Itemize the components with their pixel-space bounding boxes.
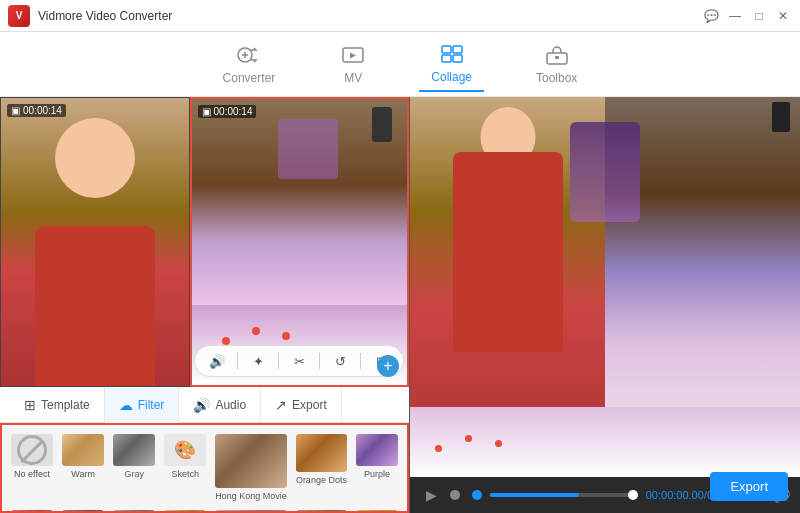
nav-mv[interactable]: MV — [327, 37, 379, 91]
nav-collage-label: Collage — [431, 70, 472, 84]
converter-icon — [235, 43, 263, 67]
star-ctrl[interactable]: ✦ — [248, 351, 268, 371]
controls-overlay: 🔊 ✦ ✂ ↺ ⊡ — [194, 345, 404, 377]
close-button[interactable]: ✕ — [774, 7, 792, 25]
filter-r24[interactable] — [161, 507, 209, 513]
tab-audio[interactable]: 🔊 Audio — [179, 387, 261, 423]
filter-thumb-r26 — [296, 510, 347, 513]
filter-r25[interactable] — [212, 507, 290, 513]
filter-thumb-purple — [356, 434, 398, 466]
prev-dot-btn[interactable] — [450, 490, 460, 500]
title-controls: 💬 — □ ✕ — [702, 7, 792, 25]
nav-toolbox[interactable]: Toolbox — [524, 37, 589, 91]
main-content: ▣ 00:00:14 ▣ — [0, 97, 800, 513]
person-face — [55, 118, 135, 198]
preview-progress — [490, 493, 579, 497]
filter-hkmovie[interactable]: Hong Kong Movie — [212, 431, 290, 504]
chat-button[interactable]: 💬 — [702, 7, 720, 25]
nav-mv-label: MV — [344, 71, 362, 85]
title-bar: V Vidmore Video Converter 💬 — □ ✕ — [0, 0, 800, 32]
timeline-dot — [628, 490, 638, 500]
add-video-button[interactable]: + — [377, 355, 399, 377]
filter-sketch-label: Sketch — [164, 469, 206, 479]
no-effect-symbol — [17, 435, 47, 465]
filter-thumb-hkmovie — [215, 434, 287, 488]
filter-warm[interactable]: Warm — [59, 431, 107, 504]
filter-purple[interactable]: Purple — [353, 431, 401, 504]
nav-collage[interactable]: Collage — [419, 36, 484, 92]
filter-gray-label: Gray — [113, 469, 155, 479]
tab-export-label: Export — [292, 398, 327, 412]
cake-top — [278, 119, 338, 179]
collage-area: ▣ 00:00:14 ▣ — [0, 97, 409, 387]
minimize-button[interactable]: — — [726, 7, 744, 25]
tab-audio-label: Audio — [215, 398, 246, 412]
filter-r22[interactable] — [59, 507, 107, 513]
export-tab-icon: ↗ — [275, 397, 287, 413]
cake-dot-2 — [252, 327, 260, 335]
app-title: Vidmore Video Converter — [38, 9, 702, 23]
nav-converter[interactable]: Converter — [211, 37, 288, 91]
filter-warm-label: Warm — [62, 469, 104, 479]
filter-no-effect-label: No effect — [11, 469, 53, 479]
scissors-ctrl[interactable]: ✂ — [289, 351, 309, 371]
svg-rect-2 — [442, 46, 451, 53]
preview-timeline[interactable] — [490, 493, 638, 497]
logo-letter: V — [16, 10, 23, 21]
tab-export[interactable]: ↗ Export — [261, 387, 342, 423]
video-left-bg — [1, 98, 189, 386]
filter-orangedots[interactable]: Orange Dots — [293, 431, 350, 504]
filter-thumb-r27 — [356, 510, 398, 513]
collage-icon — [438, 42, 466, 66]
preview-dot-2 — [465, 435, 472, 442]
nav-toolbox-label: Toolbox — [536, 71, 577, 85]
preview-right — [605, 97, 800, 477]
preview-phone — [772, 102, 790, 132]
filter-r26[interactable] — [293, 507, 350, 513]
filter-thumb-r21 — [11, 510, 53, 513]
tabs-bar: ⊞ Template ☁ Filter 🔊 Audio ↗ Export — [0, 387, 409, 423]
filter-sketch[interactable]: 🎨 Sketch — [161, 431, 209, 504]
video-right[interactable]: ▣ 00:00:14 🔊 ✦ ✂ ↺ ⊡ + — [190, 97, 409, 387]
preview-area — [410, 97, 800, 477]
filter-thumb-warm — [62, 434, 104, 466]
filter-orangedots-label: Orange Dots — [296, 475, 347, 485]
rotate-ctrl[interactable]: ↺ — [330, 351, 350, 371]
nav-converter-label: Converter — [223, 71, 276, 85]
filter-thumb-r24 — [164, 510, 206, 513]
svg-rect-3 — [453, 46, 462, 53]
video-left[interactable]: ▣ 00:00:14 — [0, 97, 190, 387]
left-panel: ▣ 00:00:14 ▣ — [0, 97, 410, 513]
maximize-button[interactable]: □ — [750, 7, 768, 25]
preview-dot-1 — [435, 445, 442, 452]
tab-filter-label: Filter — [138, 398, 165, 412]
app-logo: V — [8, 5, 30, 27]
video-right-bg — [192, 99, 407, 385]
filter-r27[interactable] — [353, 507, 401, 513]
filter-thumb-r23 — [113, 510, 155, 513]
right-panel: ▶ 00:00:00.00/00:00:44.05 🔊 Export — [410, 97, 800, 513]
preview-dot-3 — [495, 440, 502, 447]
preview-cake-top — [570, 122, 640, 222]
cake-dot-3 — [282, 332, 290, 340]
phone-object — [372, 107, 392, 142]
prev-dot2-btn[interactable] — [472, 490, 482, 500]
tab-template[interactable]: ⊞ Template — [10, 387, 105, 423]
filter-icon: ☁ — [119, 397, 133, 413]
ctrl-sep-2 — [278, 353, 279, 369]
tab-template-label: Template — [41, 398, 90, 412]
tab-filter[interactable]: ☁ Filter — [105, 387, 180, 423]
filter-hkmovie-label: Hong Kong Movie — [215, 491, 287, 501]
export-button[interactable]: Export — [710, 472, 788, 501]
preview-cake-base — [410, 407, 800, 477]
ctrl-sep-1 — [237, 353, 238, 369]
filter-r23[interactable] — [110, 507, 158, 513]
play-button[interactable]: ▶ — [420, 484, 442, 506]
filter-no-effect[interactable]: No effect — [8, 431, 56, 504]
volume-ctrl[interactable]: 🔊 — [207, 351, 227, 371]
filter-panel: No effect Warm Gray 🎨 Sketch — [0, 423, 409, 513]
svg-rect-4 — [442, 55, 451, 62]
filter-gray[interactable]: Gray — [110, 431, 158, 504]
filter-r21[interactable] — [8, 507, 56, 513]
timestamp-left: ▣ 00:00:14 — [7, 104, 66, 117]
